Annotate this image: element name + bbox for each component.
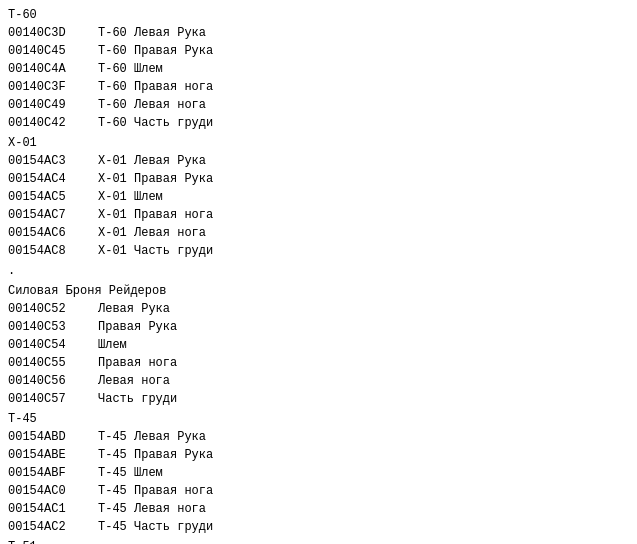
item-code: 00140C54 xyxy=(8,336,98,354)
item-name: T-45 Левая Рука xyxy=(98,428,206,446)
table-row: 00154ABD T-45 Левая Рука xyxy=(8,428,629,446)
item-code: 00140C53 xyxy=(8,318,98,336)
table-row: 00140C55 Правая нога xyxy=(8,354,629,372)
table-row: 00140C45 T-60 Правая Рука xyxy=(8,42,629,60)
item-name: X-01 Левая нога xyxy=(98,224,206,242)
table-row: 00140C54 Шлем xyxy=(8,336,629,354)
table-row: 00140C3F T-60 Правая нога xyxy=(8,78,629,96)
item-code: 00154AC2 xyxy=(8,518,98,536)
item-code: 00140C42 xyxy=(8,114,98,132)
table-row: 00154AC7 X-01 Правая нога xyxy=(8,206,629,224)
item-name: T-45 Часть груди xyxy=(98,518,213,536)
table-row: 00154AC5 X-01 Шлем xyxy=(8,188,629,206)
item-code: 00154ABF xyxy=(8,464,98,482)
table-row: 00154AC8 X-01 Часть груди xyxy=(8,242,629,260)
table-row: 00140C49 T-60 Левая нога xyxy=(8,96,629,114)
item-code: 00154AC7 xyxy=(8,206,98,224)
item-name: Левая нога xyxy=(98,372,170,390)
item-name: X-01 Часть груди xyxy=(98,242,213,260)
item-code: 00140C57 xyxy=(8,390,98,408)
table-row: 00154AC4 X-01 Правая Рука xyxy=(8,170,629,188)
table-row: 00154ABF T-45 Шлем xyxy=(8,464,629,482)
item-code: 00154AC3 xyxy=(8,152,98,170)
item-name: T-45 Правая Рука xyxy=(98,446,213,464)
item-name: T-60 Часть груди xyxy=(98,114,213,132)
item-code: 00140C45 xyxy=(8,42,98,60)
item-name: T-60 Правая нога xyxy=(98,78,213,96)
section-header: T-45 xyxy=(8,410,629,428)
item-name: T-60 Шлем xyxy=(98,60,163,78)
item-code: 00154ABD xyxy=(8,428,98,446)
table-row: 00140C52 Левая Рука xyxy=(8,300,629,318)
item-code: 00154AC4 xyxy=(8,170,98,188)
table-row: 00154AC6 X-01 Левая нога xyxy=(8,224,629,242)
item-name: T-60 Левая Рука xyxy=(98,24,206,42)
section-header: . xyxy=(8,262,629,280)
item-name: X-01 Шлем xyxy=(98,188,163,206)
table-row: 00140C4A T-60 Шлем xyxy=(8,60,629,78)
item-code: 00154AC8 xyxy=(8,242,98,260)
item-code: 00154AC0 xyxy=(8,482,98,500)
item-name: T-60 Левая нога xyxy=(98,96,206,114)
table-row: 00154ABE T-45 Правая Рука xyxy=(8,446,629,464)
item-name: Правая нога xyxy=(98,354,177,372)
item-name: T-45 Левая нога xyxy=(98,500,206,518)
item-code: 00140C52 xyxy=(8,300,98,318)
section-header: T-51 xyxy=(8,538,629,544)
table-row: 00140C57 Часть груди xyxy=(8,390,629,408)
table-row: 00140C53 Правая Рука xyxy=(8,318,629,336)
table-row: 00154AC2 T-45 Часть груди xyxy=(8,518,629,536)
section-header: X-01 xyxy=(8,134,629,152)
item-code: 00140C56 xyxy=(8,372,98,390)
item-code: 00154AC5 xyxy=(8,188,98,206)
table-row: 00154AC0 T-45 Правая нога xyxy=(8,482,629,500)
item-name: T-45 Шлем xyxy=(98,464,163,482)
item-code: 00154ABE xyxy=(8,446,98,464)
item-name: Правая Рука xyxy=(98,318,177,336)
table-row: 00154AC1 T-45 Левая нога xyxy=(8,500,629,518)
table-row: 00154AC3 X-01 Левая Рука xyxy=(8,152,629,170)
item-code: 00140C49 xyxy=(8,96,98,114)
item-code: 00140C4A xyxy=(8,60,98,78)
item-name: X-01 Левая Рука xyxy=(98,152,206,170)
section-header: Силовая Броня Рейдеров xyxy=(8,282,629,300)
item-code: 00140C3D xyxy=(8,24,98,42)
table-row: 00140C3D T-60 Левая Рука xyxy=(8,24,629,42)
item-name: Часть груди xyxy=(98,390,177,408)
item-code: 00140C55 xyxy=(8,354,98,372)
main-content: T-6000140C3D T-60 Левая Рука00140C45 T-6… xyxy=(0,0,637,544)
item-name: Левая Рука xyxy=(98,300,170,318)
section-header: T-60 xyxy=(8,6,629,24)
item-name: Шлем xyxy=(98,336,127,354)
item-code: 00140C3F xyxy=(8,78,98,96)
item-name: X-01 Правая Рука xyxy=(98,170,213,188)
item-code: 00154AC1 xyxy=(8,500,98,518)
table-row: 00140C56 Левая нога xyxy=(8,372,629,390)
table-row: 00140C42 T-60 Часть груди xyxy=(8,114,629,132)
item-name: T-45 Правая нога xyxy=(98,482,213,500)
item-name: X-01 Правая нога xyxy=(98,206,213,224)
item-name: T-60 Правая Рука xyxy=(98,42,213,60)
item-code: 00154AC6 xyxy=(8,224,98,242)
